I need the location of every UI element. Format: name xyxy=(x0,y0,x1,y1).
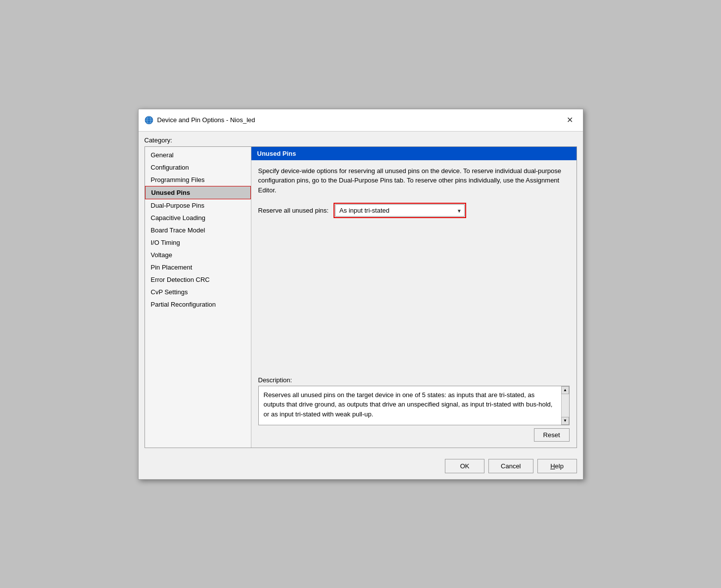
sidebar-item-partial-reconfiguration[interactable]: Partial Reconfiguration xyxy=(145,298,251,311)
title-bar: Device and Pin Options - Nios_led ✕ xyxy=(139,109,583,132)
sidebar-item-cvp-settings[interactable]: CvP Settings xyxy=(145,286,251,298)
scroll-track xyxy=(562,394,569,417)
sidebar-item-voltage[interactable]: Voltage xyxy=(145,249,251,261)
sidebar-item-general[interactable]: General xyxy=(145,149,251,161)
reset-row: Reset xyxy=(258,428,570,442)
reserve-select-container[interactable]: As input tri-statedAs output driving gro… xyxy=(335,204,465,217)
scroll-down-btn[interactable]: ▼ xyxy=(561,417,569,425)
cancel-button[interactable]: Cancel xyxy=(488,459,533,473)
dialog-window: Device and Pin Options - Nios_led ✕ Cate… xyxy=(138,109,583,480)
bottom-buttons: OK Cancel Help xyxy=(139,454,583,479)
sidebar-item-configuration[interactable]: Configuration xyxy=(145,161,251,174)
category-label: Category: xyxy=(144,136,577,144)
sidebar-item-dual-purpose-pins[interactable]: Dual-Purpose Pins xyxy=(145,199,251,212)
main-panel: Unused Pins Specify device-wide options … xyxy=(251,147,577,448)
reserve-select-wrapper: As input tri-statedAs output driving gro… xyxy=(334,203,466,218)
sidebar-item-programming-files[interactable]: Programming Files xyxy=(145,174,251,186)
description-text: Reserves all unused pins on the target d… xyxy=(264,390,564,419)
panel-header: Unused Pins xyxy=(251,147,577,160)
intro-text: Specify device-wide options for reservin… xyxy=(258,166,570,195)
ok-button[interactable]: OK xyxy=(445,459,484,473)
reserve-row: Reserve all unused pins: As input tri-st… xyxy=(258,203,570,218)
dialog-body: Category: GeneralConfigurationProgrammin… xyxy=(139,132,583,454)
window-title: Device and Pin Options - Nios_led xyxy=(157,116,255,124)
reserve-select[interactable]: As input tri-statedAs output driving gro… xyxy=(335,204,465,217)
reset-button[interactable]: Reset xyxy=(534,428,570,442)
close-button[interactable]: ✕ xyxy=(563,113,577,127)
help-button[interactable]: Help xyxy=(537,459,577,473)
content-area: GeneralConfigurationProgramming FilesUnu… xyxy=(144,146,577,448)
scroll-up-btn[interactable]: ▲ xyxy=(561,386,569,394)
panel-content: Specify device-wide options for reservin… xyxy=(251,160,577,448)
sidebar-item-io-timing[interactable]: I/O Timing xyxy=(145,236,251,249)
sidebar-item-pin-placement[interactable]: Pin Placement xyxy=(145,261,251,273)
scrollbar: ▲ ▼ xyxy=(561,386,569,425)
sidebar-item-capacitive-loading[interactable]: Capacitive Loading xyxy=(145,212,251,224)
description-section: Description: Reserves all unused pins on… xyxy=(258,376,570,442)
description-box: Reserves all unused pins on the target d… xyxy=(258,386,570,425)
sidebar-item-error-detection-crc[interactable]: Error Detection CRC xyxy=(145,273,251,286)
sidebar: GeneralConfigurationProgramming FilesUnu… xyxy=(145,147,251,448)
sidebar-item-board-trace-model[interactable]: Board Trace Model xyxy=(145,224,251,236)
reserve-label: Reserve all unused pins: xyxy=(258,207,329,214)
app-icon xyxy=(144,116,153,125)
description-label: Description: xyxy=(258,376,570,384)
sidebar-item-unused-pins[interactable]: Unused Pins xyxy=(145,186,251,199)
title-bar-left: Device and Pin Options - Nios_led xyxy=(144,116,255,125)
